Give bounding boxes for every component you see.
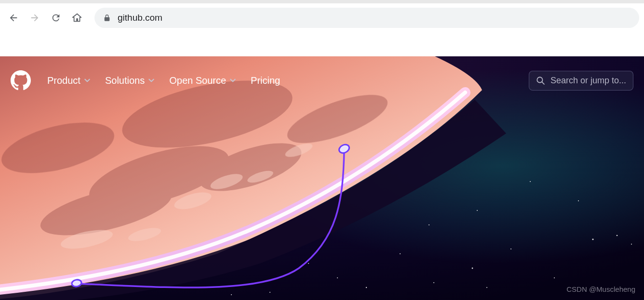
address-bar[interactable]: github.com bbox=[94, 8, 639, 28]
url-text[interactable]: github.com bbox=[118, 13, 631, 23]
svg-point-10 bbox=[592, 238, 593, 240]
nav-item-open-source[interactable]: Open Source bbox=[169, 75, 236, 86]
search-icon bbox=[536, 76, 545, 85]
chevron-down-icon bbox=[84, 77, 91, 84]
svg-point-18 bbox=[231, 294, 232, 295]
browser-toolbar: github.com bbox=[0, 3, 644, 32]
svg-point-5 bbox=[400, 253, 401, 254]
svg-point-2 bbox=[308, 263, 309, 264]
back-button[interactable] bbox=[5, 9, 22, 26]
github-landing-page: Product Solutions Open Source Pricing Se… bbox=[0, 56, 644, 300]
svg-point-16 bbox=[429, 224, 429, 225]
svg-point-4 bbox=[366, 287, 367, 288]
watermark-text: CSDN @Muscleheng bbox=[566, 285, 635, 293]
github-search-input[interactable]: Search or jump to... bbox=[529, 71, 633, 91]
svg-point-3 bbox=[337, 277, 338, 278]
svg-point-6 bbox=[433, 282, 434, 283]
svg-point-17 bbox=[269, 292, 270, 293]
nav-label: Solutions bbox=[105, 75, 145, 86]
svg-point-14 bbox=[530, 181, 531, 182]
svg-point-19 bbox=[486, 287, 487, 288]
reload-icon bbox=[51, 13, 61, 23]
svg-point-7 bbox=[472, 268, 473, 269]
github-primary-nav: Product Solutions Open Source Pricing bbox=[47, 75, 280, 86]
search-placeholder: Search or jump to... bbox=[550, 76, 626, 86]
nav-item-pricing[interactable]: Pricing bbox=[251, 75, 280, 86]
browser-gap bbox=[0, 32, 644, 56]
home-button[interactable] bbox=[68, 9, 86, 26]
lock-icon bbox=[103, 14, 111, 22]
github-header: Product Solutions Open Source Pricing Se… bbox=[0, 56, 644, 104]
github-logo-icon[interactable] bbox=[11, 70, 31, 91]
nav-label: Product bbox=[47, 75, 80, 86]
svg-point-9 bbox=[554, 277, 555, 278]
svg-point-11 bbox=[617, 235, 618, 236]
forward-button[interactable] bbox=[26, 9, 43, 26]
nav-item-solutions[interactable]: Solutions bbox=[105, 75, 155, 86]
svg-line-35 bbox=[542, 82, 544, 84]
nav-label: Pricing bbox=[251, 75, 280, 86]
back-arrow-icon bbox=[8, 13, 19, 23]
home-icon bbox=[72, 13, 82, 23]
reload-button[interactable] bbox=[47, 9, 65, 26]
nav-item-product[interactable]: Product bbox=[47, 75, 91, 86]
svg-point-8 bbox=[510, 248, 511, 249]
chevron-down-icon bbox=[148, 77, 155, 84]
nav-label: Open Source bbox=[169, 75, 226, 86]
svg-point-15 bbox=[477, 210, 478, 211]
svg-point-12 bbox=[631, 244, 632, 245]
browser-tab-bar bbox=[0, 0, 644, 3]
chevron-down-icon bbox=[229, 77, 236, 84]
forward-arrow-icon bbox=[29, 13, 40, 23]
svg-point-13 bbox=[578, 200, 579, 201]
